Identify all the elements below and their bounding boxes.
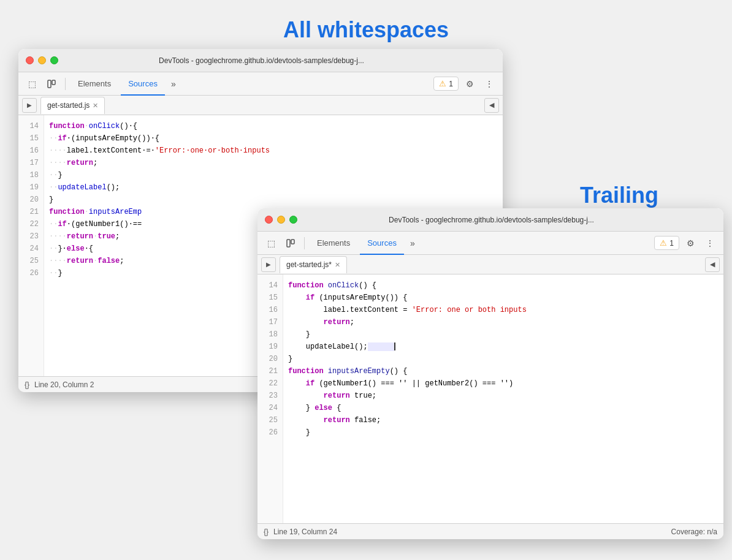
line-num-14: 14 [18,120,44,132]
status-bar-2: {} Line 19, Column 24 Coverage: n/a [257,523,723,539]
line-num-16: 16 [18,145,44,157]
sidebar-toggle-1[interactable]: ▶ [22,98,37,113]
line-num-19: 19 [18,181,44,194]
code-line-17-2: return; [283,316,723,328]
ln-23-2: 23 [257,390,283,402]
code-line-16-1: ····label.textContent·=·'Error:·one·or·b… [44,145,503,157]
cursor-icon[interactable]: ⬚ [23,75,40,93]
file-tab-bar-2: ▶ get-started.js* ✕ ◀ [257,255,723,274]
menu-icon-2[interactable]: ⋮ [701,235,719,252]
code-line-16-2: label.textContent = 'Error: one or both … [283,304,723,316]
code-line-22-2: if (getNumber1() === '' || getNumber2() … [283,377,723,390]
inspector-icon-2[interactable] [282,235,299,252]
tab-sources-1[interactable]: Sources [121,72,165,96]
code-line-25-2: return false; [283,414,723,426]
ln-14-2: 14 [257,279,283,292]
line-numbers-1: 14 15 16 17 18 19 20 21 22 23 24 25 26 [18,115,44,376]
title-bar-2: DevTools - googlechrome.github.io/devtoo… [257,208,723,232]
status-text-1: Line 20, Column 2 [34,380,94,389]
settings-icon-1[interactable]: ⚙ [461,75,478,93]
devtools-window-2: DevTools - googlechrome.github.io/devtoo… [257,208,723,539]
toolbar-1: ⬚ Elements Sources » ⚠ 1 ⚙ ⋮ [18,72,503,96]
line-num-24: 24 [18,243,44,255]
bracket-icon-2: {} [264,528,269,536]
warning-icon-2: ⚠ [660,238,667,248]
devtools-content-2: ⬚ Elements Sources » ⚠ 1 ⚙ ⋮ ▶ get- [257,232,723,539]
ln-16-2: 16 [257,304,283,316]
more-tabs-1[interactable]: » [167,79,180,89]
file-tab-close-1[interactable]: ✕ [93,102,98,110]
code-line-18-1: ··} [44,169,503,181]
ln-19-2: 19 [257,341,283,353]
ln-20-2: 20 [257,353,283,365]
sidebar-toggle-2[interactable]: ▶ [261,257,276,272]
code-line-26-2: } [283,426,723,439]
collapse-sources-1[interactable]: ◀ [484,98,499,113]
line-numbers-2: 14 15 16 17 18 19 20 21 22 23 24 25 26 [257,274,283,523]
cursor-icon-2[interactable]: ⬚ [262,235,280,252]
collapse-sources-2[interactable]: ◀ [705,257,720,272]
file-tab-close-2[interactable]: ✕ [335,261,340,269]
more-tabs-2[interactable]: » [406,238,419,248]
code-line-24-2: } else { [283,402,723,414]
tab-elements-2[interactable]: Elements [310,232,357,255]
code-line-19-2: updateLabel(); [283,341,723,353]
svg-rect-0 [48,80,51,88]
line-num-25: 25 [18,255,44,267]
settings-icon-2[interactable]: ⚙ [682,235,699,252]
status-text-left-2: Line 19, Column 24 [273,528,337,536]
code-line-17-1: ····return; [44,157,503,169]
line-num-23: 23 [18,230,44,243]
warning-count-1: 1 [449,80,453,88]
status-text-right-2: Coverage: n/a [671,528,717,536]
ln-25-2: 25 [257,414,283,426]
ln-18-2: 18 [257,328,283,341]
menu-icon-1[interactable]: ⋮ [481,75,498,93]
ln-15-2: 15 [257,292,283,304]
ln-26-2: 26 [257,426,283,439]
bracket-icon-1: {} [25,380,29,389]
code-line-15-2: if (inputsAreEmpty()) { [283,292,723,304]
svg-rect-2 [287,240,290,247]
toolbar-2: ⬚ Elements Sources » ⚠ 1 ⚙ ⋮ [257,232,723,255]
ln-21-2: 21 [257,365,283,377]
code-line-14-1: function·onClick()·{ [44,120,503,132]
page-title: All whitespaces [283,17,449,43]
trailing-label: Trailing [580,183,658,208]
code-content-2[interactable]: function onClick() { if (inputsAreEmpty(… [283,274,723,523]
text-cursor-2 [394,342,395,350]
code-line-19-1: ··updateLabel(); [44,181,503,194]
file-tab-2[interactable]: get-started.js* ✕ [280,256,347,273]
code-line-15-1: ··if·(inputsAreEmpty())·{ [44,132,503,145]
inspector-icon[interactable] [43,75,60,93]
tab-sources-2[interactable]: Sources [360,232,404,255]
ln-24-2: 24 [257,402,283,414]
warning-icon-1: ⚠ [439,79,446,88]
file-tab-name-2: get-started.js* [286,260,332,269]
warning-badge-1[interactable]: ⚠ 1 [433,77,459,91]
window-title-2: DevTools - googlechrome.github.io/devtoo… [267,216,716,224]
warning-badge-2[interactable]: ⚠ 1 [654,236,679,250]
line-num-22: 22 [18,218,44,230]
divider-1 [65,78,66,90]
code-area-2: 14 15 16 17 18 19 20 21 22 23 24 25 26 f… [257,274,723,523]
line-num-17: 17 [18,157,44,169]
code-line-20-1: } [44,194,503,206]
file-tab-bar-1: ▶ get-started.js ✕ ◀ [18,96,503,115]
title-bar-1: DevTools - googlechrome.github.io/devtoo… [18,49,503,72]
file-tab-1[interactable]: get-started.js ✕ [40,97,105,114]
line-num-26: 26 [18,267,44,279]
divider-2 [304,237,305,249]
line-num-21: 21 [18,206,44,218]
code-line-20-2: } [283,353,723,365]
ln-22-2: 22 [257,377,283,390]
code-line-18-2: } [283,328,723,341]
ln-17-2: 17 [257,316,283,328]
svg-rect-1 [52,80,55,85]
tab-elements-1[interactable]: Elements [71,72,118,96]
code-line-21-2: function inputsAreEmpty() { [283,365,723,377]
warning-count-2: 1 [669,239,674,248]
code-line-23-2: return true; [283,390,723,402]
line-num-18: 18 [18,169,44,181]
window-title-1: DevTools - googlechrome.github.io/devtoo… [28,56,495,65]
